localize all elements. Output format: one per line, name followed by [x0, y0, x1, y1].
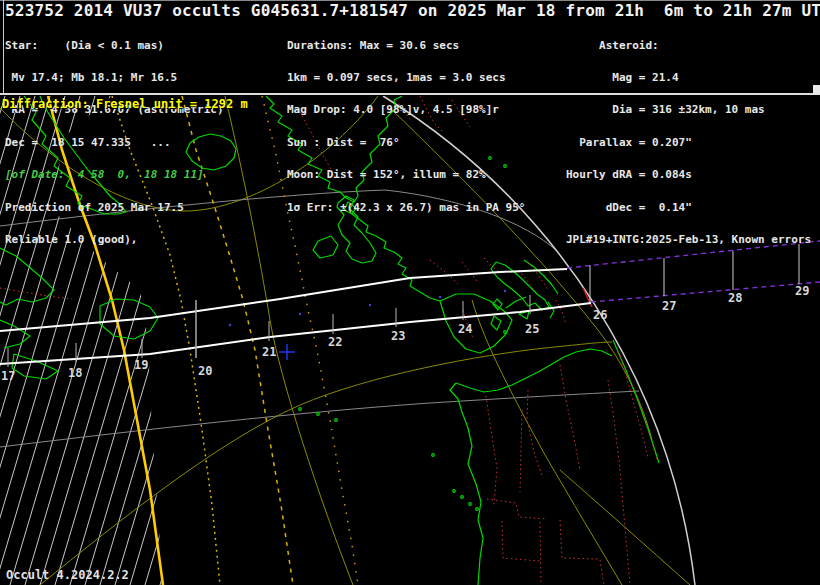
- page-title: 523752 2014 VU37 occults G045631.7+18154…: [5, 1, 820, 20]
- coast-sardinia: [491, 316, 501, 330]
- event-info-line: Sun : Dist = 76°: [287, 138, 525, 149]
- hour-label: 27: [662, 299, 676, 313]
- header-info-panel: 523752 2014 VU37 occults G045631.7+18154…: [0, 0, 820, 96]
- asteroid-info-line: Hourly dRA = 0.084s: [566, 170, 811, 181]
- island-canary1: [453, 490, 456, 493]
- hour-label: 26: [593, 308, 607, 322]
- event-info-line: 1σ Err: ±(42.3 x 26.7) mas in PA 95°: [287, 203, 525, 214]
- island-azores1: [299, 408, 302, 411]
- island-canary2: [461, 496, 464, 499]
- star-info-line: Prediction of 2025 Mar 17.5: [5, 203, 224, 214]
- asteroid-info-block: Asteroid: Mag = 21.4 Dia = 316 ±32km, 10…: [566, 19, 811, 267]
- island-azores3: [335, 419, 338, 422]
- asteroid-info-line: Mag = 21.4: [566, 73, 811, 84]
- event-info-line: Durations: Max = 30.6 secs: [287, 41, 525, 52]
- coast-africa-west: [450, 383, 483, 585]
- island-balearic: [504, 331, 507, 334]
- limb-coast-redsea: [613, 340, 659, 463]
- hour-label: 28: [728, 291, 742, 305]
- star-info-line: Star: (Dia < 0.1 mas): [5, 41, 224, 52]
- hour-label: 17: [1, 369, 15, 383]
- coast-africa-north: [456, 349, 612, 392]
- event-info-line: Moon: Dist = 152°, illum = 82%: [287, 170, 525, 181]
- island-canary3: [469, 503, 472, 506]
- hour-label: 23: [391, 329, 405, 343]
- coast-balkans: [524, 260, 558, 294]
- hour-label: 18: [68, 366, 82, 380]
- coast-greece: [548, 302, 554, 318]
- hour-label: 19: [134, 358, 148, 372]
- star-of-date-line: [of Date: 4 58 0, 18 18 11]: [5, 170, 224, 181]
- header-right-notch: [813, 85, 820, 95]
- coast-gulf: [0, 320, 30, 348]
- uncertainty-limit-south: [591, 282, 820, 302]
- path-north-limit: [0, 269, 567, 331]
- hour-label: 20: [198, 364, 212, 378]
- coast-ireland: [313, 236, 338, 258]
- island-canary4: [476, 508, 479, 511]
- diffraction-label: Diffraction: Fresnel unit = 1292 m: [2, 97, 248, 111]
- star-info-line: Reliable 1.0 (good),: [5, 235, 224, 246]
- hour-label: 29: [795, 284, 809, 298]
- asteroid-info-line: JPL#19+INTG:2025-Feb-13, Known errors: [566, 235, 811, 246]
- asteroid-info-line: dDec = 0.14": [566, 203, 811, 214]
- event-info-line: 1km = 0.097 secs, 1mas = 3.0 secs: [287, 73, 525, 84]
- island-azores2: [317, 413, 320, 416]
- occult-prediction-window: 17 18 19 20 21 22 23 24 25 26 27 28 29 5…: [0, 0, 820, 585]
- star-info-block: Star: (Dia < 0.1 mas) Mv 17.4; Mb 18.1; …: [5, 19, 224, 267]
- asteroid-info-line: Dia = 316 ±32km, 10 mas: [566, 105, 811, 116]
- star-info-line: Dec = 18 15 47.335 ...: [5, 138, 224, 149]
- header-separator: [0, 93, 820, 95]
- hour-label: 25: [525, 322, 539, 336]
- asteroid-info-line: Parallax = 0.207": [566, 138, 811, 149]
- asteroid-info-line: Asteroid:: [566, 41, 811, 52]
- hour-label: 22: [328, 335, 342, 349]
- window-left-border: [3, 0, 4, 94]
- island-madeira: [432, 454, 435, 457]
- center-point-marker: [279, 344, 295, 360]
- hour-label: 24: [458, 322, 472, 336]
- app-version-label: Occult 4.2024.2.2: [6, 568, 129, 582]
- star-info-line: Mv 17.4; Mb 18.1; Mr 16.5: [5, 73, 224, 84]
- path-south-limit: [0, 303, 591, 364]
- hour-label: 21: [262, 345, 276, 359]
- event-info-block: Durations: Max = 30.6 secs 1km = 0.097 s…: [287, 19, 525, 235]
- event-info-line: Mag Drop: 4.0 [98%]v, 4.5 [98%]r: [287, 105, 525, 116]
- coast-novascotia: [12, 354, 58, 379]
